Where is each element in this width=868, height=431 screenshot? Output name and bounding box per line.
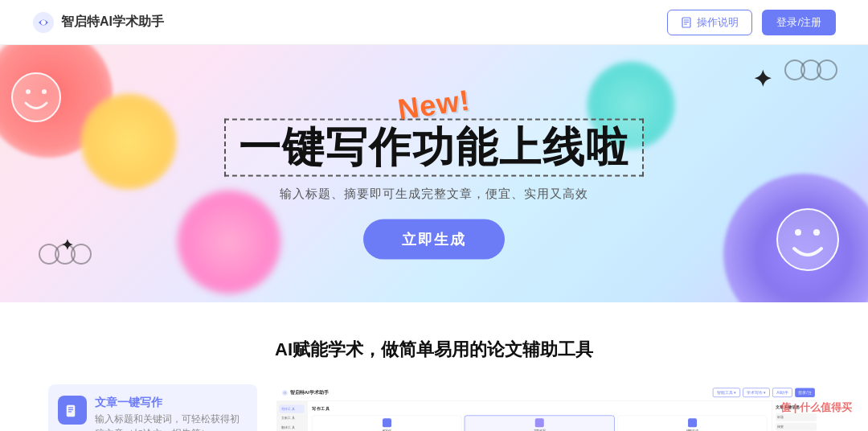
mini-panel-item-2: 摘要 xyxy=(776,423,817,431)
mini-tools-title: 写作工具 xyxy=(312,405,768,412)
main-section: AI赋能学术，做简单易用的论文辅助工具 文章一键写作 输入标题和关键词，可轻松获… xyxy=(0,302,868,431)
blob-yellow xyxy=(80,93,177,190)
svg-point-11 xyxy=(813,229,820,236)
navbar: 智启特AI学术助手 操作说明 登录/注册 xyxy=(0,0,868,45)
login-button[interactable]: 登录/注册 xyxy=(762,10,836,35)
mini-sidebar: 写作工具 文献工具 翻译工具 检测工具 xyxy=(276,401,308,431)
svg-point-8 xyxy=(42,89,47,94)
mini-tool-ai-writing[interactable]: AI写作 xyxy=(312,416,462,432)
app-preview: 智启特AI学术助手 智能工具 ▾ 学术写作 ▾ AI助手 登录/注 写作工具 xyxy=(276,384,820,431)
mini-tool-rewrite[interactable]: 文章改写 xyxy=(465,416,615,432)
hero-subtitle: 输入标题、摘要即可生成完整文章，便宜、实用又高效 xyxy=(224,186,644,201)
mini-logo-icon xyxy=(282,389,289,396)
smiley-left xyxy=(8,69,64,134)
cta-button[interactable]: 立即生成 xyxy=(363,219,505,259)
mini-tool-icon-3 xyxy=(688,418,697,427)
mini-login-btn[interactable]: 登录/注 xyxy=(795,388,815,397)
writing-icon-wrap xyxy=(58,396,87,425)
app-name: 智启特AI学术助手 xyxy=(61,14,164,31)
navbar-actions: 操作说明 登录/注册 xyxy=(667,10,836,35)
mini-app-header: 智启特AI学术助手 智能工具 ▾ 学术写作 ▾ AI助手 登录/注 xyxy=(276,384,820,401)
features-grid: 文章一键写作 输入标题和关键词，可轻松获得初稿文章（如论文、报告等） 沉浸式与文… xyxy=(48,384,820,431)
svg-point-7 xyxy=(26,89,31,94)
preview-inner: 智启特AI学术助手 智能工具 ▾ 学术写作 ▾ AI助手 登录/注 写作工具 xyxy=(276,384,820,431)
section-title: AI赋能学术，做简单易用的论文辅助工具 xyxy=(48,338,820,362)
mini-tool-icon-1 xyxy=(383,418,391,427)
svg-point-1 xyxy=(41,20,46,25)
watermark: 值 | 什么值得买 xyxy=(780,400,852,415)
mini-nav-btn-1[interactable]: 智能工具 ▾ xyxy=(713,388,740,397)
mini-nav-buttons: 智能工具 ▾ 学术写作 ▾ AI助手 登录/注 xyxy=(713,388,815,397)
svg-point-10 xyxy=(795,229,801,236)
hero-center: New! 一键写作功能上线啦 输入标题、摘要即可生成完整文章，便宜、实用又高效 … xyxy=(224,88,644,260)
deco-circles-right xyxy=(783,58,839,88)
feature-writing-desc: 输入标题和关键词，可轻松获得初稿文章（如论文、报告等） xyxy=(95,412,248,431)
hero-section: ✦ ✦ New! 一键写作功能上线啦 输入标题、摘要即可生成完整文章，便宜、实用… xyxy=(0,45,868,302)
feature-writing-title: 文章一键写作 xyxy=(95,396,248,410)
svg-point-9 xyxy=(777,209,838,270)
instruction-button[interactable]: 操作说明 xyxy=(667,10,752,35)
svg-point-28 xyxy=(285,392,286,393)
hero-title: 一键写作功能上线啦 xyxy=(224,119,644,177)
svg-point-6 xyxy=(12,73,60,121)
writing-icon xyxy=(64,402,80,418)
mini-app-name: 智启特AI学术助手 xyxy=(290,389,329,396)
sparkle-top-right: ✦ xyxy=(753,66,772,92)
mini-tools-grid: AI写作 文章改写 摘要生成 xyxy=(312,416,768,432)
svg-rect-19 xyxy=(67,405,75,417)
app-logo-icon xyxy=(32,11,55,34)
mini-sidebar-trans[interactable]: 翻译工具 xyxy=(279,423,304,431)
mini-sidebar-writing[interactable]: 写作工具 xyxy=(279,404,304,413)
mini-content-area: 写作工具 AI写作 文章改写 xyxy=(308,401,772,431)
mini-app: 智启特AI学术助手 智能工具 ▾ 学术写作 ▾ AI助手 登录/注 写作工具 xyxy=(276,384,820,431)
feature-writing-text: 文章一键写作 输入标题和关键词，可轻松获得初稿文章（如论文、报告等） xyxy=(95,396,248,431)
smiley-right xyxy=(772,203,844,286)
mini-sidebar-lit[interactable]: 文献工具 xyxy=(279,414,304,422)
feature-writing[interactable]: 文章一键写作 输入标题和关键词，可轻松获得初稿文章（如论文、报告等） xyxy=(48,384,257,431)
mini-nav-btn-3[interactable]: AI助手 xyxy=(772,388,792,397)
book-icon xyxy=(681,17,692,28)
mini-logo: 智启特AI学术助手 xyxy=(282,389,329,396)
mini-tool-icon-2 xyxy=(535,418,544,427)
deco-circles-left xyxy=(37,242,93,272)
features-list: 文章一键写作 输入标题和关键词，可轻松获得初稿文章（如论文、报告等） 沉浸式与文… xyxy=(48,384,257,431)
mini-body: 写作工具 文献工具 翻译工具 检测工具 写作工具 AI写作 xyxy=(276,401,820,431)
mini-nav-btn-2[interactable]: 学术写作 ▾ xyxy=(743,388,770,397)
mini-tool-abstract[interactable]: 摘要生成 xyxy=(617,416,768,432)
logo-area: 智启特AI学术助手 xyxy=(32,11,164,34)
